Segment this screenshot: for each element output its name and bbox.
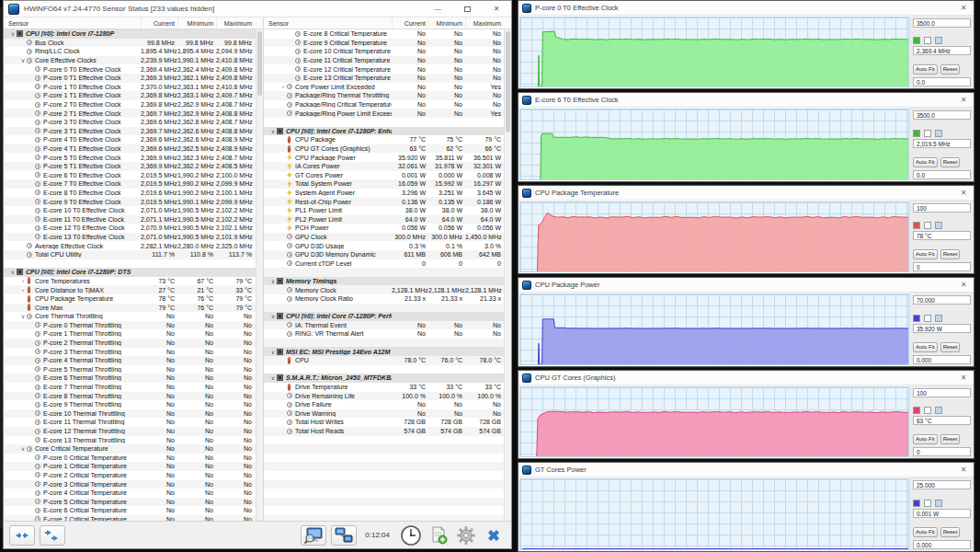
- graph-titlebar[interactable]: CPU Package Power ✕: [518, 278, 974, 293]
- series-color-swatch[interactable]: [913, 315, 920, 322]
- sensor-row[interactable]: IA: Thermal EventNoNoNo: [264, 321, 511, 330]
- sensor-row[interactable]: Drive FailureNoNoNo: [264, 400, 511, 409]
- column-header-sensor[interactable]: Sensor: [4, 17, 141, 29]
- grid-color-swatch[interactable]: [935, 407, 942, 414]
- background-color-swatch[interactable]: [924, 315, 931, 322]
- scale-min-field[interactable]: 0: [913, 262, 971, 271]
- column-header-maximum[interactable]: Maximum: [216, 17, 255, 29]
- sensor-row[interactable]: Total System Power16.059 W15.992 W16.297…: [264, 179, 511, 189]
- background-color-swatch[interactable]: [924, 222, 931, 229]
- sensor-row[interactable]: Package/Ring Power Limit ExceededNoNoYes: [264, 109, 511, 118]
- expand-arrow-icon[interactable]: ›: [19, 278, 27, 283]
- sensor-row[interactable]: E-core 12 Thermal ThrottlingNoNoNo: [4, 427, 263, 436]
- sensor-row[interactable]: E-core 8 T0 Effective Clock2,019.6 MHz1,…: [4, 189, 263, 198]
- sensor-row[interactable]: E-core 7 Critical TemperatureNoNoNo: [4, 515, 263, 521]
- sensor-row[interactable]: E-core 11 Thermal ThrottlingNoNoNo: [4, 418, 263, 427]
- left-panel-scrollbar[interactable]: [256, 29, 263, 521]
- sensor-row[interactable]: Package/Ring Thermal ThrottlingNoNoNo: [264, 91, 511, 100]
- series-color-swatch[interactable]: [913, 222, 920, 229]
- sensor-row[interactable]: P-core 3 T0 Effective Clock2,369.6 MHz2,…: [4, 118, 263, 127]
- auto-fit-button[interactable]: Auto Fit: [913, 434, 938, 444]
- graph-titlebar[interactable]: E-core 6 T0 Effective Clock ✕: [518, 93, 974, 108]
- series-color-swatch[interactable]: [913, 500, 920, 507]
- sensor-row[interactable]: Drive Remaining Life100.0 %100.0 %100.0 …: [264, 391, 511, 400]
- close-icon[interactable]: ✕: [953, 374, 974, 382]
- sensor-row[interactable]: E-core 9 Critical TemperatureNoNoNo: [264, 39, 511, 48]
- reset-button[interactable]: Reset: [940, 157, 961, 167]
- sensor-row[interactable]: P-core 3 Thermal ThrottlingNoNoNo: [4, 347, 263, 356]
- sensor-row[interactable]: GPU D3D Memory Dynamic611 MB606 MB642 MB: [264, 250, 511, 259]
- column-header-current[interactable]: Current: [141, 17, 177, 29]
- sensor-row[interactable]: CPU GT Cores (Graphics)63 °C62 °C66 °C: [264, 144, 511, 154]
- column-header-maximum[interactable]: Maximum: [465, 17, 504, 29]
- scale-max-field[interactable]: 25.000: [913, 480, 971, 489]
- scale-min-field[interactable]: 0.000: [913, 540, 971, 549]
- column-header-current[interactable]: Current: [392, 17, 428, 29]
- expand-arrow-icon[interactable]: ›: [19, 287, 27, 293]
- sensor-row[interactable]: E-core 6 Thermal ThrottlingNoNoNo: [4, 374, 263, 383]
- sensor-row[interactable]: E-core 7 Thermal ThrottlingNoNoNo: [4, 383, 263, 392]
- sensor-row[interactable]: PL1 Power Limit38.0 W38.0 W38.0 W: [264, 206, 511, 215]
- sensor-row[interactable]: Drive Temperature33 °C33 °C33 °C: [264, 383, 511, 392]
- sensor-row[interactable]: ∨CPU [#0]: Intel Core i7-1280P: Performa…: [264, 312, 511, 321]
- sensor-row[interactable]: P-core 5 T0 Effective Clock2,369.9 MHz2,…: [4, 153, 263, 162]
- background-color-swatch[interactable]: [924, 37, 931, 44]
- sensor-row[interactable]: ∨Core Critical TemperatureNoNoNo: [4, 444, 263, 454]
- scale-max-field[interactable]: 3500.0: [913, 110, 971, 120]
- sensor-row[interactable]: E-core 13 T0 Effective Clock2,071.0 MHz1…: [4, 233, 263, 242]
- sensor-row[interactable]: Ring/LLC Clock1,895.4 MHz1,895.4 MHz2,09…: [4, 47, 263, 56]
- sensor-row[interactable]: E-core 6 T0 Effective Clock2,019.5 MHz1,…: [4, 171, 263, 180]
- reset-button[interactable]: Reset: [940, 342, 961, 352]
- sensor-row[interactable]: E-core 9 Thermal ThrottlingNoNoNo: [4, 400, 263, 409]
- column-header-sensor[interactable]: Sensor: [264, 17, 392, 29]
- sensor-row[interactable]: E-core 10 Thermal ThrottlingNoNoNo: [4, 409, 263, 419]
- reset-button[interactable]: Reset: [940, 434, 961, 444]
- graph-titlebar[interactable]: GT Cores Power ✕: [518, 463, 974, 477]
- sensor-row[interactable]: Package/Ring Critical TemperatureNoNoNo: [264, 100, 511, 109]
- sensor-row[interactable]: E-core 10 T0 Effective Clock2,071.0 MHz1…: [4, 206, 263, 215]
- scale-min-field[interactable]: 0: [913, 447, 971, 456]
- close-icon[interactable]: ✕: [953, 281, 974, 289]
- sensor-row[interactable]: IA Cores Power32.061 W31.978 W32.301 W: [264, 162, 511, 171]
- sensor-row[interactable]: ›Core Distance to TjMAX27 °C21 °C33 °C: [4, 285, 263, 294]
- sensor-row[interactable]: E-core 12 T0 Effective Clock2,070.9 MHz1…: [4, 224, 263, 233]
- grid-color-swatch[interactable]: [935, 222, 942, 229]
- auto-fit-button[interactable]: Auto Fit: [913, 342, 938, 352]
- sensor-row[interactable]: P-core 1 Critical TemperatureNoNoNo: [4, 462, 263, 471]
- sensor-row[interactable]: ›Core Temperatures73 °C67 °C79 °C: [4, 277, 263, 286]
- column-header-minimum[interactable]: Minimum: [177, 17, 216, 29]
- auto-fit-button[interactable]: Auto Fit: [913, 64, 938, 75]
- collapse-arrow-icon[interactable]: ∨: [269, 128, 277, 134]
- collapse-arrow-icon[interactable]: ∨: [19, 57, 27, 63]
- sensor-row[interactable]: ∨CPU [#0]: Intel Core i7-1280P: DTS: [4, 268, 263, 277]
- monitor-search-button[interactable]: [301, 525, 326, 546]
- sensor-row[interactable]: E-core 8 Thermal ThrottlingNoNoNo: [4, 391, 263, 400]
- sensor-row[interactable]: ∨CPU [#0]: Intel Core i7-1280P: Enhanced: [264, 127, 511, 136]
- close-icon[interactable]: ✕: [953, 4, 974, 12]
- sensor-row[interactable]: P-core 4 Critical TemperatureNoNoNo: [4, 489, 263, 498]
- sensor-row[interactable]: ∨Core Thermal ThrottlingNoNoNo: [4, 312, 263, 321]
- sensor-row[interactable]: P-core 2 Thermal ThrottlingNoNoNo: [4, 339, 263, 348]
- grid-color-swatch[interactable]: [935, 500, 942, 507]
- auto-fit-button[interactable]: Auto Fit: [913, 157, 938, 167]
- collapse-arrow-icon[interactable]: ∨: [269, 349, 277, 355]
- sensor-row[interactable]: Memory Clock Ratio21.33 x21.33 x21.33 x: [264, 294, 511, 304]
- sensor-row[interactable]: CPU Package Temperature78 °C76 °C79 °C: [4, 294, 263, 304]
- collapse-arrow-icon[interactable]: ∨: [269, 374, 277, 381]
- sensor-row[interactable]: GT Cores Power0.001 W0.000 W0.008 W: [264, 171, 511, 180]
- sensor-row[interactable]: P-core 2 Critical TemperatureNoNoNo: [4, 471, 263, 480]
- collapse-arrow-icon[interactable]: ∨: [19, 313, 27, 319]
- sensor-row[interactable]: Drive WarningNoNoNo: [264, 409, 511, 419]
- collapse-arrow-icon[interactable]: ∨: [9, 30, 17, 37]
- sensor-row[interactable]: CPU78.0 °C76.0 °C78.0 °C: [264, 356, 511, 365]
- series-color-swatch[interactable]: [913, 407, 920, 414]
- series-color-swatch[interactable]: [913, 130, 920, 137]
- collapse-arrow-icon[interactable]: ∨: [269, 313, 277, 319]
- right-panel-scrollbar[interactable]: [504, 29, 511, 521]
- sensor-row[interactable]: P-core 0 T1 Effective Clock2,369.3 MHz2,…: [4, 74, 263, 83]
- sensor-row[interactable]: P-core 5 Thermal ThrottlingNoNoNo: [4, 365, 263, 374]
- close-sensors-button[interactable]: [482, 524, 506, 546]
- minimize-button[interactable]: —: [423, 1, 452, 17]
- sensor-row[interactable]: ›Core Power Limit ExceededNoNoYes: [264, 83, 511, 92]
- sensor-row[interactable]: Memory Clock2,128.1 MHz2,128.1 MHz2,128.…: [264, 285, 511, 294]
